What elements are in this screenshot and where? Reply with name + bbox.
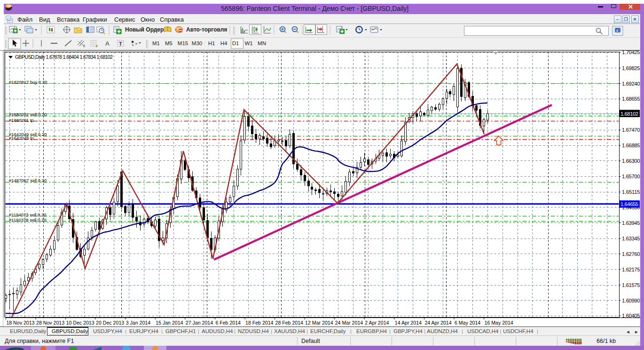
svg-text:F: F (96, 45, 98, 48)
svg-text:E: E (83, 44, 86, 48)
svg-text:1.70425: 1.70425 (622, 50, 640, 55)
svg-text:H4: H4 (220, 40, 228, 46)
svg-text:6 Feb 2014: 6 Feb 2014 (215, 320, 241, 326)
svg-text:12 Mar 2014: 12 Mar 2014 (305, 320, 333, 326)
svg-text:MN: MN (258, 40, 266, 46)
svg-text:2 Apr 2014: 2 Apr 2014 (365, 320, 389, 326)
svg-text:1.69240: 1.69240 (622, 81, 640, 87)
svg-text:H1: H1 (208, 40, 215, 46)
svg-text:1.65700: 1.65700 (622, 174, 640, 179)
svg-text:A: A (105, 40, 110, 47)
svg-text:28 Nov 2013: 28 Nov 2013 (36, 320, 64, 326)
svg-text:1.68655: 1.68655 (622, 96, 640, 102)
svg-text:#1194073 sell 0.20: #1194073 sell 0.20 (9, 212, 47, 217)
svg-text:D1: D1 (232, 40, 239, 46)
svg-text:1.67470: 1.67470 (622, 127, 640, 133)
svg-text:20 Dec 2013: 20 Dec 2013 (96, 320, 124, 326)
svg-text:18 Nov 2013: 18 Nov 2013 (6, 320, 34, 326)
svg-text:16 May 2014: 16 May 2014 (485, 320, 513, 326)
svg-text:#1880201 sell 0.20: #1880201 sell 0.20 (9, 112, 47, 117)
svg-text:4: 4 (616, 29, 619, 33)
svg-text:1.69825: 1.69825 (622, 65, 640, 71)
svg-text:10 Dec 2013: 10 Dec 2013 (66, 320, 94, 326)
svg-text:T: T (119, 41, 122, 47)
svg-text:1.62760: 1.62760 (622, 251, 640, 257)
svg-text:6 May 2014: 6 May 2014 (455, 320, 480, 326)
svg-text:#1487067 sell 0.20: #1487067 sell 0.20 (9, 178, 47, 183)
svg-text:24 Apr 2014: 24 Apr 2014 (424, 320, 451, 326)
svg-text:1.62175: 1.62175 (622, 267, 640, 272)
svg-text:#1820817 buy 0.20: #1820817 buy 0.20 (9, 80, 47, 85)
svg-text:1.68102: 1.68102 (620, 111, 638, 117)
svg-text:27 Jan 2014: 27 Jan 2014 (186, 320, 213, 326)
svg-text:Авто-торговля: Авто-торговля (186, 26, 227, 33)
svg-text:M30: M30 (192, 40, 202, 46)
svg-text:Новый Ордер: Новый Ордер (125, 26, 164, 33)
svg-text:1.60990: 1.60990 (622, 298, 640, 303)
svg-text:#1642049 tp: #1642049 tp (9, 135, 34, 141)
svg-text:M15: M15 (178, 40, 188, 46)
svg-text:GBPUSD,Daily 1.67878 1.68404: GBPUSD,Daily 1.67878 1.68404 1.67834 1.6… (15, 54, 113, 60)
svg-text:1.64655: 1.64655 (620, 201, 638, 207)
svg-text:#1880201 tp: #1880201 tp (9, 118, 34, 123)
svg-text:15 Jan 2014: 15 Jan 2014 (156, 320, 183, 326)
svg-text:M5: M5 (165, 40, 173, 46)
svg-text:1.63945: 1.63945 (622, 220, 640, 226)
svg-text:28 Feb 2014: 28 Feb 2014 (275, 320, 304, 326)
svg-text:W1: W1 (244, 40, 252, 46)
svg-text:M1: M1 (152, 40, 160, 46)
svg-text:3 Jan 2014: 3 Jan 2014 (126, 320, 151, 326)
svg-text:1.61575: 1.61575 (622, 282, 640, 288)
svg-text:1.63345: 1.63345 (622, 236, 640, 241)
svg-text:18 Feb 2014: 18 Feb 2014 (245, 320, 274, 326)
svg-text:1.65115: 1.65115 (622, 189, 640, 195)
svg-text:#1192378 sell 0.20: #1192378 sell 0.20 (9, 217, 47, 223)
svg-text:24 Mar 2014: 24 Mar 2014 (335, 320, 363, 326)
svg-text:14 Apr 2014: 14 Apr 2014 (395, 320, 422, 326)
svg-text:1.66885: 1.66885 (622, 143, 640, 148)
svg-text:1.66300: 1.66300 (622, 158, 640, 164)
